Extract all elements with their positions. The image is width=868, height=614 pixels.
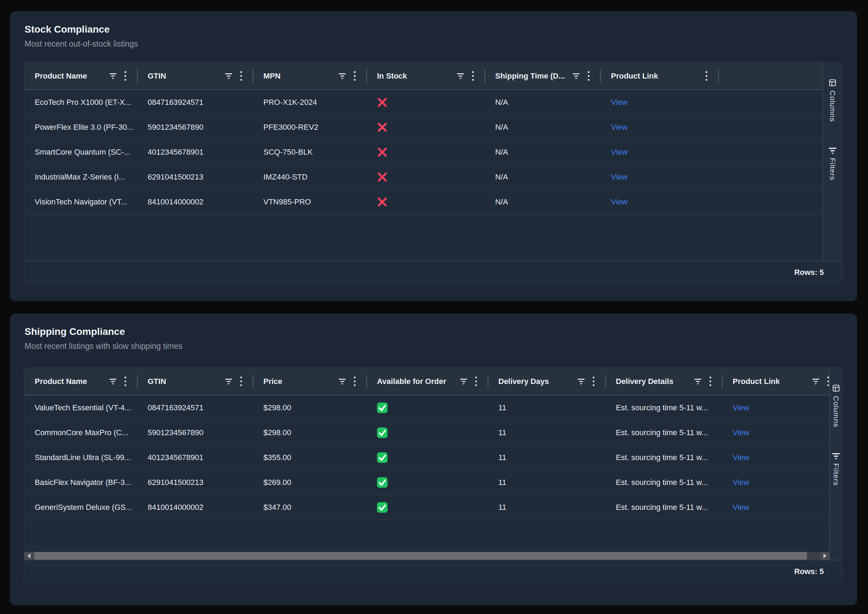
cell-product_link: View (722, 495, 829, 520)
stock-data-grid: Product NameGTINMPNIn StockShipping Time… (24, 62, 842, 284)
cell-price: $347.00 (253, 495, 366, 520)
view-link[interactable]: View (611, 147, 628, 157)
table-row: SmartCore Quantum (SC-...4012345678901SC… (24, 140, 822, 165)
grid-columns-area: Product NameGTINMPNIn StockShipping Time… (24, 62, 822, 260)
cell-product_name: ValueTech Essential (VT-4... (24, 395, 137, 420)
view-link[interactable]: View (611, 172, 628, 181)
filter-icon[interactable] (572, 73, 580, 79)
view-link[interactable]: View (733, 478, 749, 487)
column-menu-kebab-icon[interactable] (124, 70, 126, 82)
cell-shipping_time: N/A (485, 165, 600, 189)
table-row: IndustrialMax Z-Series (I...629104150021… (24, 165, 822, 190)
column-menu-kebab-icon[interactable] (827, 375, 829, 387)
view-link[interactable]: View (611, 197, 628, 206)
column-header-label: Product Link (611, 71, 658, 81)
column-header-shipping_time[interactable]: Shipping Time (D... (485, 62, 600, 90)
cell-product_name: CommonCore MaxPro (C... (24, 420, 137, 445)
columns-label: Columns (828, 90, 837, 122)
column-header-in_stock[interactable]: In Stock (366, 62, 485, 90)
view-link[interactable]: View (733, 428, 749, 437)
filter-icon[interactable] (577, 378, 585, 385)
scroll-right-arrow-icon (823, 554, 827, 558)
view-link[interactable]: View (733, 453, 749, 462)
cell-available_for_order (366, 445, 488, 470)
column-header-price[interactable]: Price (253, 368, 366, 395)
column-menu-kebab-icon[interactable] (354, 375, 356, 387)
column-header-icons (225, 62, 253, 90)
column-menu-kebab-icon[interactable] (705, 70, 707, 82)
column-header-icons (338, 62, 366, 90)
filters-button[interactable]: Filters (828, 147, 837, 180)
cell-product_name: SmartCore Quantum (SC-... (24, 140, 137, 164)
cell-mpn: IMZ440-STD (253, 165, 366, 189)
rows-count: Rows: 5 (794, 567, 824, 576)
cell-in_stock (366, 90, 485, 115)
cell-mpn: PRO-X1K-2024 (253, 90, 366, 115)
cell-gtin: 8410014000002 (137, 190, 253, 214)
column-menu-kebab-icon[interactable] (240, 70, 242, 82)
column-header-product_link[interactable]: Product Link (722, 368, 829, 395)
view-link[interactable]: View (733, 403, 749, 412)
filter-icon[interactable] (338, 73, 346, 79)
cell-product_link: View (600, 140, 718, 164)
column-header-product_name[interactable]: Product Name (24, 62, 137, 90)
filter-icon[interactable] (109, 378, 117, 385)
filter-icon[interactable] (338, 378, 346, 385)
horizontal-scrollbar[interactable] (24, 552, 829, 560)
column-menu-kebab-icon[interactable] (593, 375, 594, 387)
column-menu-kebab-icon[interactable] (354, 70, 356, 82)
panel-subtitle: Most recent listings with slow shipping … (10, 337, 857, 351)
column-menu-kebab-icon[interactable] (472, 70, 474, 82)
out-of-stock-x-icon (377, 172, 388, 182)
scroll-left-button[interactable] (24, 552, 33, 560)
cell-delivery_days: 11 (488, 445, 605, 470)
column-header-mpn[interactable]: MPN (253, 62, 366, 90)
filter-icon (832, 453, 840, 460)
column-header-gtin[interactable]: GTIN (137, 368, 253, 395)
cell-price: $355.00 (253, 445, 366, 470)
filter-icon[interactable] (225, 73, 232, 79)
view-link[interactable]: View (611, 123, 628, 132)
grid-empty-space (24, 215, 822, 260)
cell-product_name: IndustrialMax Z-Series (I... (24, 165, 137, 189)
view-link[interactable]: View (733, 503, 749, 512)
scrollbar-thumb[interactable] (34, 552, 807, 560)
cell-product_link: View (600, 165, 718, 189)
cell-delivery_details: Est. sourcing time 5-11 w... (605, 445, 722, 470)
grid-header-row: Product NameGTINPriceAvailable for Order… (24, 368, 829, 395)
filter-icon[interactable] (109, 73, 117, 79)
grid-side-toolbar: Columns Filters (829, 368, 842, 560)
table-row: CommonCore MaxPro (C...5901234567890$298… (24, 420, 829, 445)
filter-icon[interactable] (225, 378, 232, 385)
column-menu-kebab-icon[interactable] (475, 375, 477, 387)
column-header-gtin[interactable]: GTIN (137, 62, 253, 90)
column-header-delivery_days[interactable]: Delivery Days (488, 368, 605, 395)
filters-button[interactable]: Filters (832, 453, 840, 486)
cell-delivery_details: Est. sourcing time 5-11 w... (605, 420, 722, 445)
column-menu-kebab-icon[interactable] (124, 375, 126, 387)
filter-icon[interactable] (457, 73, 464, 79)
out-of-stock-x-icon (377, 97, 388, 108)
column-header-product_link[interactable]: Product Link (600, 62, 718, 90)
column-header-delivery_details[interactable]: Delivery Details (605, 368, 722, 395)
column-menu-kebab-icon[interactable] (240, 375, 242, 387)
cell-gtin: 0847163924571 (137, 90, 253, 115)
grid-body: ValueTech Essential (VT-4...084716392457… (24, 395, 829, 520)
column-header-product_name[interactable]: Product Name (24, 368, 137, 395)
cell-product_name: VisionTech Navigator (VT... (24, 190, 137, 214)
cell-delivery_details: Est. sourcing time 5-11 w... (605, 395, 722, 420)
columns-button[interactable]: Columns (828, 79, 837, 122)
cell-spacer (718, 115, 822, 140)
scroll-right-button[interactable] (820, 552, 829, 560)
column-menu-kebab-icon[interactable] (588, 70, 589, 82)
column-menu-kebab-icon[interactable] (710, 375, 711, 387)
cell-in_stock (366, 165, 485, 189)
filter-icon[interactable] (460, 378, 468, 385)
cell-gtin: 0847163924571 (137, 395, 253, 420)
filter-icon[interactable] (694, 378, 702, 385)
view-link[interactable]: View (611, 98, 628, 107)
columns-button[interactable]: Columns (832, 384, 840, 428)
cell-spacer (718, 140, 822, 164)
filter-icon[interactable] (812, 378, 820, 385)
column-header-available_for_order[interactable]: Available for Order (366, 368, 488, 395)
